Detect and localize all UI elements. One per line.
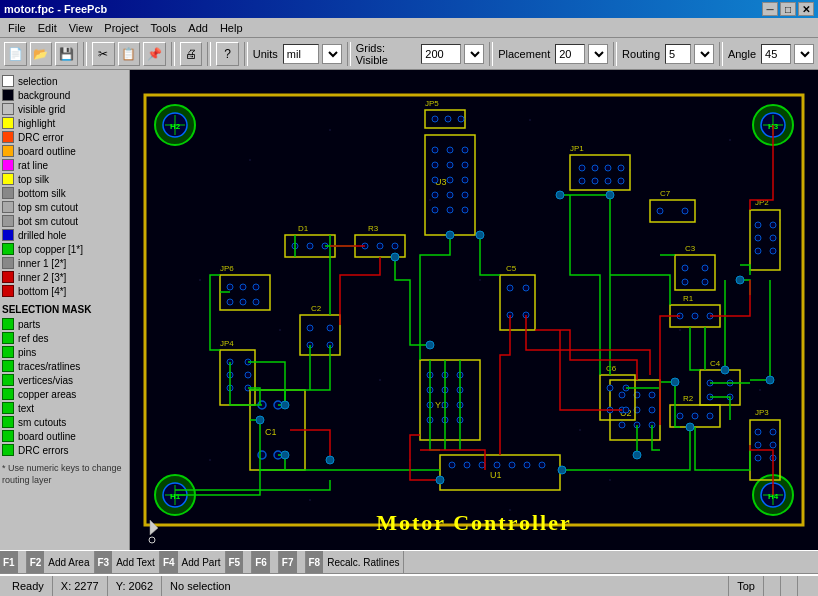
copy-button[interactable]: 📋 (118, 42, 141, 66)
mask-board-outline[interactable]: board outline (2, 429, 127, 443)
close-button[interactable]: ✕ (798, 2, 814, 16)
f4-key[interactable]: F4 Add Part (160, 551, 226, 573)
legend-drc-error[interactable]: DRC error (2, 130, 127, 144)
svg-point-57 (770, 442, 776, 448)
angle-dropdown[interactable]: ▼ (794, 44, 814, 64)
svg-text:U1: U1 (490, 470, 502, 480)
svg-point-209 (736, 276, 744, 284)
svg-point-169 (307, 325, 313, 331)
pcb-canvas[interactable]: H2 H3 H1 H4 JP2 (130, 70, 818, 550)
svg-point-217 (721, 366, 729, 374)
menu-add[interactable]: Add (182, 20, 214, 36)
svg-point-204 (391, 253, 399, 261)
legend-top-sm-cutout[interactable]: top sm cutout (2, 200, 127, 214)
svg-text:C3: C3 (685, 244, 696, 253)
open-button[interactable]: 📂 (30, 42, 53, 66)
f7-key[interactable]: F7 (279, 551, 306, 573)
help-button[interactable]: ? (216, 42, 239, 66)
legend-bot-sm-cutout[interactable]: bot sm cutout (2, 214, 127, 228)
menu-edit[interactable]: Edit (32, 20, 63, 36)
svg-text:C1: C1 (265, 427, 277, 437)
svg-point-127 (509, 462, 515, 468)
mask-traces[interactable]: traces/ratlines (2, 359, 127, 373)
svg-point-9 (199, 279, 201, 281)
f5-key[interactable]: F5 (226, 551, 253, 573)
mask-vertices[interactable]: vertices/vias (2, 373, 127, 387)
angle-input[interactable] (761, 44, 791, 64)
legend-inner1[interactable]: inner 1 [2*] (2, 256, 127, 270)
svg-point-49 (770, 235, 776, 241)
routing-dropdown[interactable]: ▼ (694, 44, 714, 64)
units-dropdown[interactable]: ▼ (322, 44, 342, 64)
mask-parts[interactable]: parts (2, 317, 127, 331)
sep6 (489, 42, 493, 66)
svg-point-16 (209, 459, 211, 461)
menu-project[interactable]: Project (98, 20, 144, 36)
mask-refdes[interactable]: ref des (2, 331, 127, 345)
legend-visible-grid[interactable]: visible grid (2, 102, 127, 116)
menu-tools[interactable]: Tools (145, 20, 183, 36)
menu-file[interactable]: File (2, 20, 32, 36)
svg-point-17 (309, 499, 311, 501)
svg-point-12 (479, 279, 481, 281)
legend-background[interactable]: background (2, 88, 127, 102)
print-button[interactable]: 🖨 (180, 42, 203, 66)
svg-point-14 (679, 329, 681, 331)
legend-highlight-label: highlight (18, 118, 55, 129)
svg-point-2 (249, 159, 251, 161)
svg-point-126 (494, 462, 500, 468)
placement-dropdown[interactable]: ▼ (588, 44, 608, 64)
new-button[interactable]: 📄 (4, 42, 27, 66)
mask-drc-errors[interactable]: DRC errors (2, 443, 127, 457)
svg-point-10 (279, 329, 281, 331)
pcb-svg: H2 H3 H1 H4 JP2 (130, 70, 818, 550)
svg-text:JP3: JP3 (755, 408, 769, 417)
routing-input[interactable] (665, 44, 691, 64)
legend-drilled-hole[interactable]: drilled hole (2, 228, 127, 242)
routing-label: Routing (622, 48, 660, 60)
menu-help[interactable]: Help (214, 20, 249, 36)
mask-sm-cutouts[interactable]: sm cutouts (2, 415, 127, 429)
menu-view[interactable]: View (63, 20, 99, 36)
svg-point-101 (432, 192, 438, 198)
f1-key[interactable]: F1 (0, 551, 27, 573)
legend-bottom[interactable]: bottom [4*] (2, 284, 127, 298)
svg-point-79 (253, 299, 259, 305)
title-bar: motor.fpc - FreePcb ─ □ ✕ (0, 0, 818, 18)
legend-bottom-silk[interactable]: bottom silk (2, 186, 127, 200)
legend-highlight[interactable]: highlight (2, 116, 127, 130)
svg-point-4 (429, 199, 431, 201)
grids-dropdown[interactable]: ▼ (464, 44, 484, 64)
cut-button[interactable]: ✂ (92, 42, 115, 66)
grids-input[interactable] (421, 44, 461, 64)
svg-text:C6: C6 (606, 364, 617, 373)
mask-pins[interactable]: pins (2, 345, 127, 359)
legend-rat-line[interactable]: rat line (2, 158, 127, 172)
save-button[interactable]: 💾 (55, 42, 78, 66)
legend-top-silk[interactable]: top silk (2, 172, 127, 186)
mask-copper-areas[interactable]: copper areas (2, 387, 127, 401)
svg-point-55 (755, 455, 761, 461)
svg-point-203 (426, 341, 434, 349)
units-input[interactable] (283, 44, 319, 64)
svg-point-175 (682, 265, 688, 271)
placement-input[interactable] (555, 44, 585, 64)
mask-text[interactable]: text (2, 401, 127, 415)
maximize-button[interactable]: □ (780, 2, 796, 16)
svg-text:R2: R2 (683, 394, 694, 403)
svg-point-210 (256, 416, 264, 424)
f8-key[interactable]: F8 Recalc. Ratlines (306, 551, 405, 573)
f2-key[interactable]: F2 Add Area (27, 551, 95, 573)
f6-key[interactable]: F6 (252, 551, 279, 573)
minimize-button[interactable]: ─ (762, 2, 778, 16)
paste-button[interactable]: 📌 (143, 42, 166, 66)
svg-point-48 (770, 222, 776, 228)
svg-point-95 (432, 162, 438, 168)
f3-key[interactable]: F3 Add Text (95, 551, 160, 573)
legend-board-outline[interactable]: board outline (2, 144, 127, 158)
legend-top-copper[interactable]: top copper [1*] (2, 242, 127, 256)
legend-inner2[interactable]: inner 2 [3*] (2, 270, 127, 284)
svg-point-5 (529, 119, 531, 121)
legend-selection[interactable]: selection (2, 74, 127, 88)
svg-point-218 (766, 376, 774, 384)
